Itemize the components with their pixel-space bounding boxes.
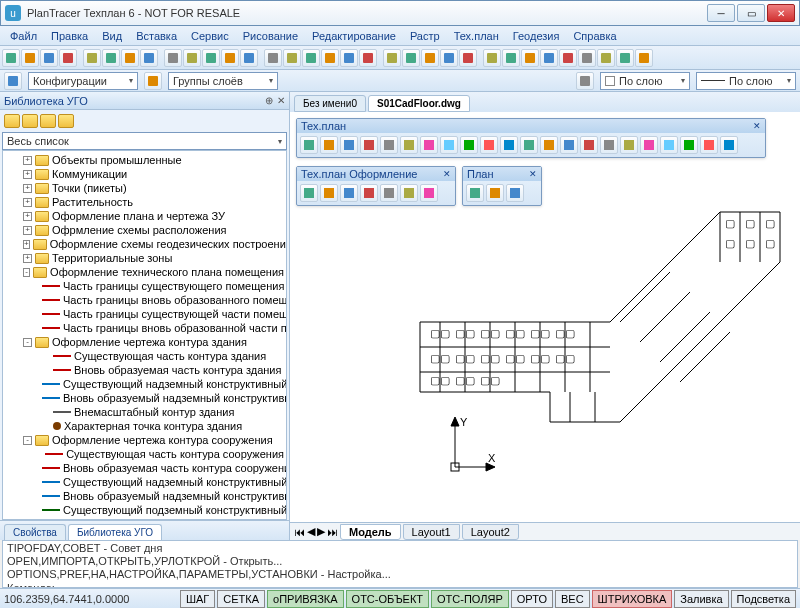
toolbar-button-25[interactable] — [421, 49, 439, 67]
toolbar-button-16[interactable] — [264, 49, 282, 67]
float-btn[interactable] — [640, 136, 658, 154]
tree-node[interactable]: Часть границы вновь образованного помеще… — [5, 293, 284, 307]
tree-node[interactable]: Существующий надземный конструктивный эл… — [5, 475, 284, 489]
menu-Рисование[interactable]: Рисование — [237, 28, 304, 44]
toggle-icon[interactable]: + — [23, 198, 32, 207]
float-btn[interactable] — [600, 136, 618, 154]
tree-node[interactable]: Существующая часть контура здания — [5, 349, 284, 363]
toolbar-button-17[interactable] — [283, 49, 301, 67]
minimize-button[interactable]: ─ — [707, 4, 735, 22]
toolbar-button-3[interactable] — [59, 49, 77, 67]
float-btn[interactable] — [320, 136, 338, 154]
toggle-icon[interactable]: + — [23, 170, 32, 179]
status-СЕТКА[interactable]: СЕТКА — [217, 590, 265, 608]
left-tab-0[interactable]: Свойства — [4, 524, 66, 540]
layout-tab-0[interactable]: Модель — [340, 524, 401, 540]
tree-node[interactable]: +Офрмление схемы расположения — [5, 223, 284, 237]
layer-icon[interactable] — [4, 72, 22, 90]
status-ВЕС[interactable]: ВЕС — [555, 590, 590, 608]
toolbar-button-20[interactable] — [340, 49, 358, 67]
tree-node[interactable]: Внемасштабный контур здания — [5, 405, 284, 419]
float-btn[interactable] — [660, 136, 678, 154]
filter-combo[interactable]: Весь список▾ — [2, 132, 287, 150]
toggle-icon[interactable]: - — [23, 436, 32, 445]
toggle-icon[interactable]: - — [23, 338, 32, 347]
menu-Справка[interactable]: Справка — [567, 28, 622, 44]
float-btn[interactable] — [720, 136, 738, 154]
tree-node[interactable]: -Оформление чертежа контура сооружения — [5, 433, 284, 447]
tree-node[interactable]: +Растительность — [5, 195, 284, 209]
status-ОТС-ПОЛЯР[interactable]: ОТС-ПОЛЯР — [431, 590, 509, 608]
float-btn[interactable] — [580, 136, 598, 154]
command-panel[interactable]: TIPOFDAY,СОВЕТ - Совет дняOPEN,ИМПОРТА,О… — [2, 540, 798, 588]
float-btn[interactable] — [300, 136, 318, 154]
status-ШТРИХОВКА[interactable]: ШТРИХОВКА — [592, 590, 673, 608]
toolbar-button-24[interactable] — [402, 49, 420, 67]
tree-node[interactable]: +Объекты промышленные — [5, 153, 284, 167]
toggle-icon[interactable]: - — [23, 268, 30, 277]
toggle-icon[interactable]: + — [23, 212, 32, 221]
tree-node[interactable]: Вновь образуемый надземный конструктивны… — [5, 489, 284, 503]
tree-node[interactable]: Часть границы существующей части помещен… — [5, 307, 284, 321]
float-btn[interactable] — [460, 136, 478, 154]
tree-node[interactable]: +Точки (пикеты) — [5, 181, 284, 195]
folder-new-icon[interactable] — [40, 114, 56, 128]
tree-node[interactable]: +Оформление схемы геодезических построен… — [5, 237, 284, 251]
toolbar-button-37[interactable] — [635, 49, 653, 67]
maximize-button[interactable]: ▭ — [737, 4, 765, 22]
status-ШАГ[interactable]: ШАГ — [180, 590, 215, 608]
float-btn[interactable] — [360, 184, 378, 202]
toolbar-button-29[interactable] — [483, 49, 501, 67]
folder-fav-icon[interactable] — [58, 114, 74, 128]
toolbar-button-35[interactable] — [597, 49, 615, 67]
toolbar-button-8[interactable] — [140, 49, 158, 67]
close-icon[interactable]: ✕ — [529, 169, 537, 179]
toolbar-button-21[interactable] — [359, 49, 377, 67]
toolbar-button-7[interactable] — [121, 49, 139, 67]
status-ОТС-ОБЪЕКТ[interactable]: ОТС-ОБЪЕКТ — [346, 590, 429, 608]
toolbar-button-11[interactable] — [183, 49, 201, 67]
toolbar-button-13[interactable] — [221, 49, 239, 67]
menu-Редактирование[interactable]: Редактирование — [306, 28, 402, 44]
doc-tab-1[interactable]: S01CadFloor.dwg — [368, 95, 470, 112]
toolbar-button-26[interactable] — [440, 49, 458, 67]
tree-node[interactable]: Существующий надземный конструктивный эл… — [5, 377, 284, 391]
toolbar-button-36[interactable] — [616, 49, 634, 67]
toolbar-button-33[interactable] — [559, 49, 577, 67]
float-btn[interactable] — [500, 136, 518, 154]
toggle-icon[interactable]: + — [23, 156, 32, 165]
float-btn[interactable] — [560, 136, 578, 154]
nav-last-icon[interactable]: ⏭ — [327, 526, 338, 538]
group-icon[interactable] — [144, 72, 162, 90]
nav-first-icon[interactable]: ⏮ — [294, 526, 305, 538]
toolbar-button-32[interactable] — [540, 49, 558, 67]
float-btn[interactable] — [680, 136, 698, 154]
float-btn[interactable] — [300, 184, 318, 202]
toolbar-button-31[interactable] — [521, 49, 539, 67]
tree-node[interactable]: Часть границы существующего помещения — [5, 279, 284, 293]
menu-Вставка[interactable]: Вставка — [130, 28, 183, 44]
toolbar-button-0[interactable] — [2, 49, 20, 67]
techplan-toolbar[interactable]: Тех.план✕ — [296, 118, 766, 158]
tree-node[interactable]: Существующий подземный конструктивный эл… — [5, 503, 284, 517]
panel-pin-icon[interactable]: ⊕ — [265, 95, 273, 106]
tree-node[interactable]: +Территориальные зоны — [5, 251, 284, 265]
close-icon[interactable]: ✕ — [753, 121, 761, 131]
tree-node[interactable]: +Оформление плана и чертежа ЗУ — [5, 209, 284, 223]
toolbar-button-14[interactable] — [240, 49, 258, 67]
toolbar-button-2[interactable] — [40, 49, 58, 67]
toolbar-button-10[interactable] — [164, 49, 182, 67]
float-btn[interactable] — [480, 136, 498, 154]
bylayer-combo-2[interactable]: По слою▾ — [696, 72, 796, 90]
color-icon[interactable] — [576, 72, 594, 90]
tree-node[interactable]: Вновь образуемый надземный конструктивны… — [5, 391, 284, 405]
float-btn[interactable] — [700, 136, 718, 154]
float-btn[interactable] — [620, 136, 638, 154]
toolbar-button-5[interactable] — [83, 49, 101, 67]
float-btn[interactable] — [400, 136, 418, 154]
float-btn[interactable] — [540, 136, 558, 154]
toggle-icon[interactable]: + — [23, 240, 30, 249]
float-btn[interactable] — [440, 136, 458, 154]
status-Подсветка[interactable]: Подсветка — [731, 590, 796, 608]
status-Заливка[interactable]: Заливка — [674, 590, 728, 608]
